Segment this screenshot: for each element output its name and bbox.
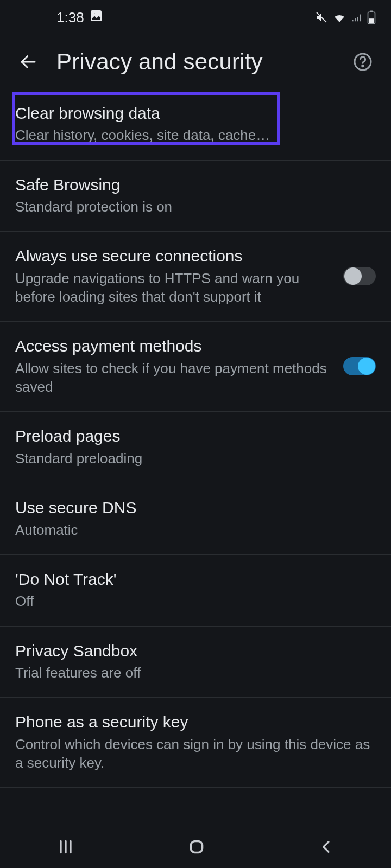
system-nav-bar xyxy=(0,828,391,868)
signal-icon xyxy=(351,11,363,24)
svg-point-1 xyxy=(93,12,95,14)
item-title: 'Do Not Track' xyxy=(15,569,376,590)
item-subtitle: Trial features are off xyxy=(15,663,376,682)
svg-point-8 xyxy=(362,65,363,66)
secure-connections-item[interactable]: Always use secure connections Upgrade na… xyxy=(0,232,391,322)
status-left: 1:38 xyxy=(56,9,103,26)
item-subtitle: Allow sites to check if you have payment… xyxy=(15,359,330,397)
payment-methods-item[interactable]: Access payment methods Allow sites to ch… xyxy=(0,322,391,412)
item-subtitle: Standard preloading xyxy=(15,449,376,468)
item-title: Access payment methods xyxy=(15,336,330,356)
battery-icon xyxy=(367,10,376,24)
item-subtitle: Clear history, cookies, site data, cache… xyxy=(15,126,376,144)
item-title: Clear browsing data xyxy=(15,103,376,124)
item-subtitle: Off xyxy=(15,592,376,610)
item-subtitle: Standard protection is on xyxy=(15,197,376,216)
status-bar: 1:38 xyxy=(0,0,391,35)
item-title: Phone as a security key xyxy=(15,712,376,732)
item-subtitle: Upgrade navigations to HTTPS and warn yo… xyxy=(15,269,330,307)
item-title: Privacy Sandbox xyxy=(15,641,376,661)
settings-list: Clear browsing data Clear history, cooki… xyxy=(0,89,391,788)
help-button[interactable] xyxy=(350,49,376,75)
safe-browsing-item[interactable]: Safe Browsing Standard protection is on xyxy=(0,161,391,232)
payment-methods-toggle[interactable] xyxy=(343,357,376,375)
item-title: Preload pages xyxy=(15,426,376,446)
back-button[interactable] xyxy=(15,49,41,75)
back-nav-button[interactable] xyxy=(318,837,335,859)
item-subtitle: Control which devices can sign in by usi… xyxy=(15,735,376,773)
image-icon xyxy=(90,9,103,26)
home-button[interactable] xyxy=(187,837,206,859)
status-right xyxy=(315,10,376,24)
svg-rect-4 xyxy=(369,18,374,23)
secure-connections-toggle[interactable] xyxy=(343,267,376,285)
svg-rect-5 xyxy=(370,11,373,12)
svg-rect-12 xyxy=(191,841,202,853)
page-title: Privacy and security xyxy=(56,49,335,75)
recents-button[interactable] xyxy=(56,837,75,859)
item-title: Use secure DNS xyxy=(15,497,376,518)
mute-icon xyxy=(315,11,328,24)
clear-browsing-data-item[interactable]: Clear browsing data Clear history, cooki… xyxy=(0,89,391,161)
do-not-track-item[interactable]: 'Do Not Track' Off xyxy=(0,555,391,627)
phone-security-key-item[interactable]: Phone as a security key Control which de… xyxy=(0,698,391,788)
item-subtitle: Automatic xyxy=(15,521,376,539)
privacy-sandbox-item[interactable]: Privacy Sandbox Trial features are off xyxy=(0,627,391,698)
secure-dns-item[interactable]: Use secure DNS Automatic xyxy=(0,483,391,555)
item-title: Always use secure connections xyxy=(15,246,330,266)
preload-pages-item[interactable]: Preload pages Standard preloading xyxy=(0,412,391,483)
app-bar: Privacy and security xyxy=(0,35,391,89)
clock: 1:38 xyxy=(56,9,84,26)
wifi-icon xyxy=(332,11,346,24)
item-title: Safe Browsing xyxy=(15,175,376,195)
